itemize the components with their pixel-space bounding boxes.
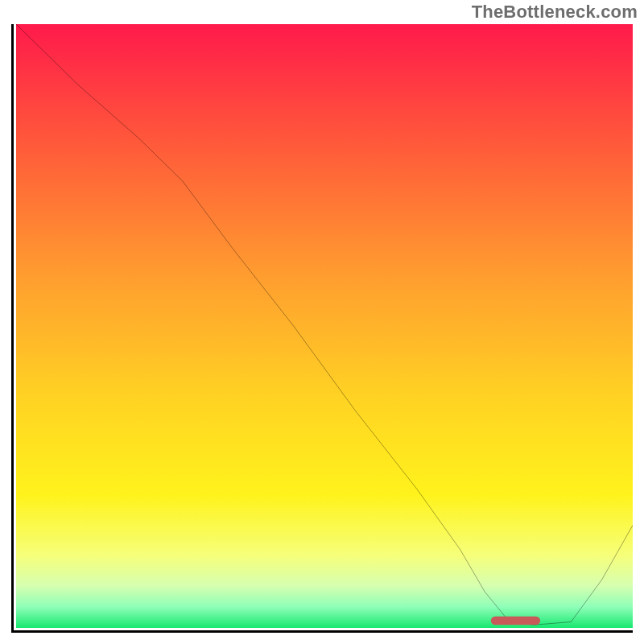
chart-frame [11,24,633,633]
watermark-text: TheBottleneck.com [472,2,638,23]
plot-area [16,24,633,628]
gradient-bg [16,24,633,628]
optimal-marker [491,617,540,625]
chart-svg [16,24,633,628]
chart-stage: TheBottleneck.com [0,0,644,644]
